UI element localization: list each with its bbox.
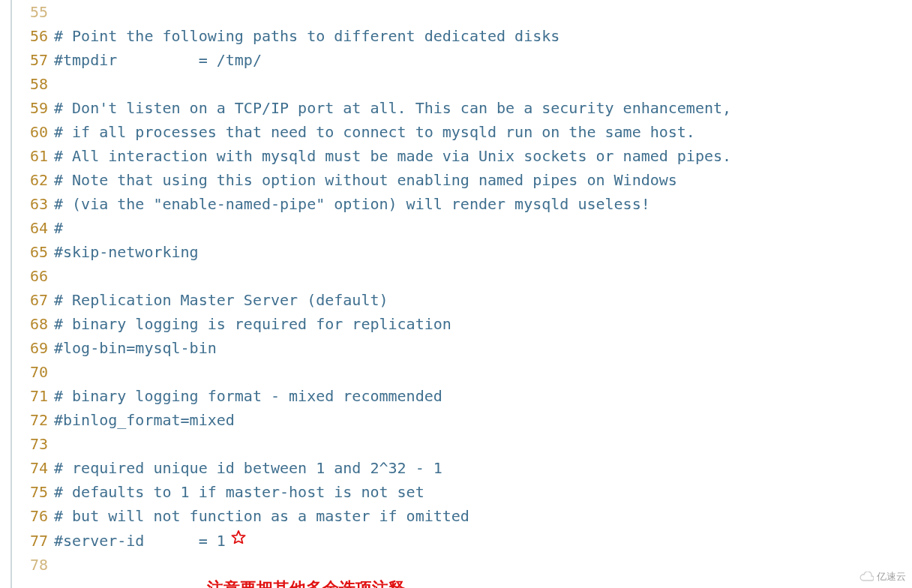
line-text: # Point the following paths to different…: [54, 24, 560, 48]
line-text: #skip-networking: [54, 240, 199, 264]
line-text: # Don't listen on a TCP/IP port at all. …: [54, 96, 731, 120]
line-number: 71: [20, 384, 54, 408]
line-number: 77: [20, 529, 54, 553]
line-text: # Note that using this option without en…: [54, 168, 677, 192]
watermark: 亿速云: [859, 570, 906, 584]
line-text: # but will not function as a master if o…: [54, 504, 470, 528]
line-number: 63: [20, 192, 54, 216]
line-number: 75: [20, 480, 54, 504]
annotation-row: 注意要把其他多余选项注释: [20, 577, 912, 588]
line-number: 66: [20, 264, 54, 288]
line-number: 59: [20, 96, 54, 120]
line-number: 68: [20, 312, 54, 336]
code-line: 74# required unique id between 1 and 2^3…: [20, 456, 912, 480]
line-number: 65: [20, 240, 54, 264]
code-line: 55: [20, 0, 912, 24]
star-icon: [226, 528, 247, 552]
line-text: #tmpdir = /tmp/: [54, 48, 262, 72]
line-text: #log-bin=mysql-bin: [54, 336, 217, 360]
watermark-text: 亿速云: [877, 570, 906, 584]
line-number: 76: [20, 504, 54, 528]
line-text: # Replication Master Server (default): [54, 288, 388, 312]
code-line: 59# Don't listen on a TCP/IP port at all…: [20, 96, 912, 120]
line-text: #: [54, 216, 63, 240]
line-text: # defaults to 1 if master-host is not se…: [54, 480, 424, 504]
code-line: 69#log-bin=mysql-bin: [20, 336, 912, 360]
line-text: # All interaction with mysqld must be ma…: [54, 144, 731, 168]
line-number: 60: [20, 120, 54, 144]
code-line: 67# Replication Master Server (default): [20, 288, 912, 312]
line-number: 74: [20, 456, 54, 480]
code-line: 73: [20, 432, 912, 456]
annotation-text: 注意要把其他多余选项注释: [20, 577, 405, 588]
code-line: 70: [20, 360, 912, 384]
code-line: 63# (via the "enable-named-pipe" option)…: [20, 192, 912, 216]
code-line: 66: [20, 264, 912, 288]
line-number: 78: [20, 553, 54, 577]
line-number: 72: [20, 408, 54, 432]
cloud-icon: [859, 572, 874, 582]
code-line: 56# Point the following paths to differe…: [20, 24, 912, 48]
line-number: 58: [20, 72, 54, 96]
code-line: 71# binary logging format - mixed recomm…: [20, 384, 912, 408]
code-line: 75# defaults to 1 if master-host is not …: [20, 480, 912, 504]
line-number: 57: [20, 48, 54, 72]
line-number: 67: [20, 288, 54, 312]
code-line: 64#: [20, 216, 912, 240]
line-text: # required unique id between 1 and 2^32 …: [54, 456, 442, 480]
line-number: 56: [20, 24, 54, 48]
code-line: 62# Note that using this option without …: [20, 168, 912, 192]
line-text: # if all processes that need to connect …: [54, 120, 695, 144]
code-line: 65#skip-networking: [20, 240, 912, 264]
line-number: 61: [20, 144, 54, 168]
line-number: 69: [20, 336, 54, 360]
line-number: 70: [20, 360, 54, 384]
line-number: 62: [20, 168, 54, 192]
code-editor: 5556# Point the following paths to diffe…: [10, 0, 912, 588]
code-line: 72#binlog_format=mixed: [20, 408, 912, 432]
code-line: 78: [20, 553, 912, 577]
code-line: 68# binary logging is required for repli…: [20, 312, 912, 336]
code-line: 76# but will not function as a master if…: [20, 504, 912, 528]
line-text: # binary logging format - mixed recommen…: [54, 384, 442, 408]
line-number: 73: [20, 432, 54, 456]
line-text: # (via the "enable-named-pipe" option) w…: [54, 192, 650, 216]
line-text: #binlog_format=mixed: [54, 408, 235, 432]
line-text: # binary logging is required for replica…: [54, 312, 452, 336]
code-line: 61# All interaction with mysqld must be …: [20, 144, 912, 168]
line-text: #server-id = 1: [54, 529, 226, 553]
line-number: 64: [20, 216, 54, 240]
code-line: 58: [20, 72, 912, 96]
code-line: 57#tmpdir = /tmp/: [20, 48, 912, 72]
line-number: 55: [20, 0, 54, 24]
code-line: 77#server-id = 1: [20, 528, 912, 553]
code-line: 60# if all processes that need to connec…: [20, 120, 912, 144]
